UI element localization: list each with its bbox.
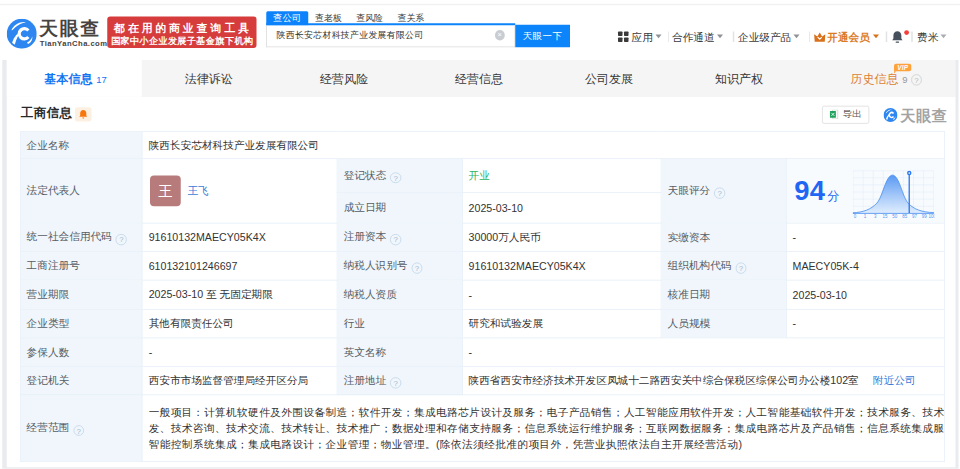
svg-text:15: 15 [883,214,889,219]
svg-text:100: 100 [929,214,935,219]
svg-text:0: 0 [854,214,857,219]
svg-text:3: 3 [874,214,877,219]
svg-text:85: 85 [903,214,909,219]
svg-text:1: 1 [864,214,867,219]
svg-text:97: 97 [912,214,918,219]
svg-text:50: 50 [892,214,898,219]
svg-text:99: 99 [922,214,928,219]
